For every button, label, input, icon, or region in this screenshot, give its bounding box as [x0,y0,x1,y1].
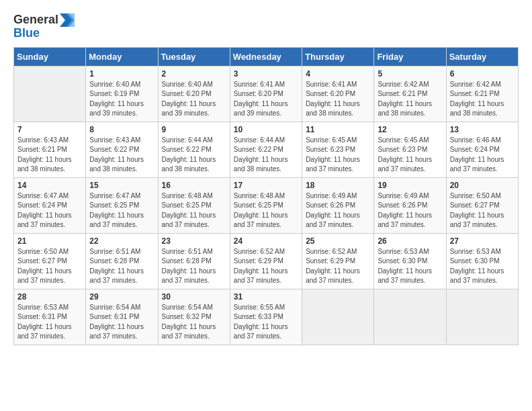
week-row-4: 21 Sunrise: 6:50 AMSunset: 6:27 PMDaylig… [14,233,519,289]
day-number: 8 [89,125,154,134]
day-number: 2 [162,69,226,79]
day-number: 19 [378,181,442,190]
day-number: 23 [162,236,226,246]
day-number: 18 [306,181,370,190]
day-number: 11 [306,125,370,134]
day-number: 20 [450,181,515,190]
day-number: 21 [17,236,82,246]
header: General Blue [13,13,519,40]
day-number: 10 [234,125,298,134]
calendar-cell: 24 Sunrise: 6:52 AMSunset: 6:29 PMDaylig… [230,233,302,289]
day-number: 22 [89,236,154,246]
day-number: 7 [17,125,82,134]
col-header-tuesday: Tuesday [158,47,230,66]
calendar-cell: 3 Sunrise: 6:41 AMSunset: 6:20 PMDayligh… [230,66,302,122]
calendar-cell: 25 Sunrise: 6:52 AMSunset: 6:29 PMDaylig… [302,233,374,289]
calendar-cell: 8 Sunrise: 6:43 AMSunset: 6:22 PMDayligh… [86,122,158,177]
calendar-cell: 7 Sunrise: 6:43 AMSunset: 6:21 PMDayligh… [14,122,86,177]
calendar-cell: 31 Sunrise: 6:55 AMSunset: 6:33 PMDaylig… [230,289,302,345]
calendar-cell: 21 Sunrise: 6:50 AMSunset: 6:27 PMDaylig… [14,233,86,289]
day-number: 24 [234,236,298,246]
cell-content: Sunrise: 6:53 AMSunset: 6:30 PMDaylight:… [378,247,442,286]
day-number: 30 [162,292,226,302]
calendar-cell: 28 Sunrise: 6:53 AMSunset: 6:31 PMDaylig… [14,289,86,345]
calendar-cell: 15 Sunrise: 6:47 AMSunset: 6:25 PMDaylig… [86,177,158,233]
day-number: 15 [89,181,154,190]
col-header-thursday: Thursday [302,47,374,66]
cell-content: Sunrise: 6:52 AMSunset: 6:29 PMDaylight:… [234,247,298,286]
day-number: 13 [450,125,515,134]
calendar-cell: 18 Sunrise: 6:49 AMSunset: 6:26 PMDaylig… [302,177,374,233]
day-number: 25 [306,236,370,246]
cell-content: Sunrise: 6:41 AMSunset: 6:20 PMDaylight:… [234,80,298,119]
logo-arrow-icon [60,13,75,27]
cell-content: Sunrise: 6:50 AMSunset: 6:27 PMDaylight:… [17,247,82,286]
calendar-cell: 13 Sunrise: 6:46 AMSunset: 6:24 PMDaylig… [446,122,518,177]
calendar-cell [446,289,518,345]
day-number: 17 [234,181,298,190]
cell-content: Sunrise: 6:53 AMSunset: 6:31 PMDaylight:… [17,303,82,342]
calendar-cell: 11 Sunrise: 6:45 AMSunset: 6:23 PMDaylig… [302,122,374,177]
calendar-cell: 17 Sunrise: 6:48 AMSunset: 6:25 PMDaylig… [230,177,302,233]
cell-content: Sunrise: 6:52 AMSunset: 6:29 PMDaylight:… [306,247,370,286]
calendar-cell: 19 Sunrise: 6:49 AMSunset: 6:26 PMDaylig… [374,177,446,233]
day-number: 9 [162,125,226,134]
calendar-cell: 23 Sunrise: 6:51 AMSunset: 6:28 PMDaylig… [158,233,230,289]
calendar-cell: 26 Sunrise: 6:53 AMSunset: 6:30 PMDaylig… [374,233,446,289]
calendar-cell: 10 Sunrise: 6:44 AMSunset: 6:22 PMDaylig… [230,122,302,177]
logo-blue: Blue [13,27,75,40]
cell-content: Sunrise: 6:44 AMSunset: 6:22 PMDaylight:… [162,136,226,175]
calendar-cell: 2 Sunrise: 6:40 AMSunset: 6:20 PMDayligh… [158,66,230,122]
calendar-cell: 20 Sunrise: 6:50 AMSunset: 6:27 PMDaylig… [446,177,518,233]
calendar-cell: 5 Sunrise: 6:42 AMSunset: 6:21 PMDayligh… [374,66,446,122]
col-header-friday: Friday [374,47,446,66]
cell-content: Sunrise: 6:48 AMSunset: 6:25 PMDaylight:… [162,191,226,230]
calendar-table: SundayMondayTuesdayWednesdayThursdayFrid… [13,47,519,345]
calendar-cell: 30 Sunrise: 6:54 AMSunset: 6:32 PMDaylig… [158,289,230,345]
cell-content: Sunrise: 6:42 AMSunset: 6:21 PMDaylight:… [450,80,515,119]
cell-content: Sunrise: 6:49 AMSunset: 6:26 PMDaylight:… [306,191,370,230]
day-number: 4 [306,69,370,79]
day-number: 14 [17,181,82,190]
cell-content: Sunrise: 6:50 AMSunset: 6:27 PMDaylight:… [450,191,515,230]
col-header-wednesday: Wednesday [230,47,302,66]
calendar-cell: 12 Sunrise: 6:45 AMSunset: 6:23 PMDaylig… [374,122,446,177]
cell-content: Sunrise: 6:47 AMSunset: 6:24 PMDaylight:… [17,191,82,230]
logo-text-block: General Blue [13,13,75,40]
week-row-3: 14 Sunrise: 6:47 AMSunset: 6:24 PMDaylig… [14,177,519,233]
cell-content: Sunrise: 6:47 AMSunset: 6:25 PMDaylight:… [89,191,154,230]
calendar-cell: 4 Sunrise: 6:41 AMSunset: 6:20 PMDayligh… [302,66,374,122]
cell-content: Sunrise: 6:43 AMSunset: 6:21 PMDaylight:… [17,136,82,175]
cell-content: Sunrise: 6:45 AMSunset: 6:23 PMDaylight:… [378,136,442,175]
calendar-cell [374,289,446,345]
cell-content: Sunrise: 6:54 AMSunset: 6:32 PMDaylight:… [162,303,226,342]
logo: General Blue [13,13,75,40]
day-number: 5 [378,69,442,79]
day-number: 29 [89,292,154,302]
cell-content: Sunrise: 6:55 AMSunset: 6:33 PMDaylight:… [234,303,298,342]
calendar-cell [14,66,86,122]
cell-content: Sunrise: 6:53 AMSunset: 6:30 PMDaylight:… [450,247,515,286]
col-header-saturday: Saturday [446,47,518,66]
cell-content: Sunrise: 6:51 AMSunset: 6:28 PMDaylight:… [89,247,154,286]
calendar-cell: 22 Sunrise: 6:51 AMSunset: 6:28 PMDaylig… [86,233,158,289]
cell-content: Sunrise: 6:51 AMSunset: 6:28 PMDaylight:… [162,247,226,286]
day-number: 16 [162,181,226,190]
cell-content: Sunrise: 6:48 AMSunset: 6:25 PMDaylight:… [234,191,298,230]
day-number: 27 [450,236,515,246]
day-number: 3 [234,69,298,79]
calendar-cell: 1 Sunrise: 6:40 AMSunset: 6:19 PMDayligh… [86,66,158,122]
cell-content: Sunrise: 6:42 AMSunset: 6:21 PMDaylight:… [378,80,442,119]
calendar-cell: 16 Sunrise: 6:48 AMSunset: 6:25 PMDaylig… [158,177,230,233]
cell-content: Sunrise: 6:44 AMSunset: 6:22 PMDaylight:… [234,136,298,175]
calendar-header-row: SundayMondayTuesdayWednesdayThursdayFrid… [14,47,519,66]
day-number: 6 [450,69,515,79]
col-header-monday: Monday [86,47,158,66]
cell-content: Sunrise: 6:40 AMSunset: 6:19 PMDaylight:… [89,80,154,119]
day-number: 1 [89,69,154,79]
calendar-cell [302,289,374,345]
calendar-cell: 27 Sunrise: 6:53 AMSunset: 6:30 PMDaylig… [446,233,518,289]
day-number: 28 [17,292,82,302]
week-row-1: 1 Sunrise: 6:40 AMSunset: 6:19 PMDayligh… [14,66,519,122]
week-row-5: 28 Sunrise: 6:53 AMSunset: 6:31 PMDaylig… [14,289,519,345]
